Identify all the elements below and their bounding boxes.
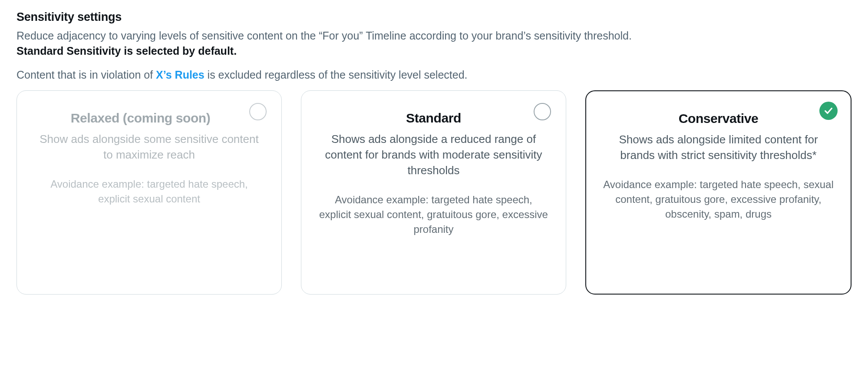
option-title: Relaxed (coming soon)	[33, 111, 248, 126]
sensitivity-option-conservative[interactable]: Conservative Shows ads alongside limited…	[585, 90, 851, 295]
radio-unchecked-icon	[249, 103, 267, 120]
section-title: Sensitivity settings	[17, 10, 851, 24]
sensitivity-option-relaxed: Relaxed (coming soon) Show ads alongside…	[17, 90, 282, 295]
option-example: Avoidance example: targeted hate speech,…	[318, 192, 549, 237]
sensitivity-options: Relaxed (coming soon) Show ads alongside…	[17, 90, 851, 295]
option-body: Show ads alongside some sensitive conten…	[33, 132, 265, 163]
rules-suffix: is excluded regardless of the sensitivit…	[205, 69, 468, 81]
option-example: Avoidance example: targeted hate speech,…	[33, 177, 265, 206]
section-intro-default-note: Standard Sensitivity is selected by defa…	[17, 43, 851, 59]
rules-prefix: Content that is in violation of	[17, 69, 156, 81]
sensitivity-option-standard[interactable]: Standard Shows ads alongside a reduced r…	[301, 90, 566, 295]
rules-disclaimer: Content that is in violation of X’s Rule…	[17, 67, 851, 83]
option-body: Shows ads alongside limited content for …	[603, 132, 834, 163]
option-example: Avoidance example: targeted hate speech,…	[603, 177, 834, 222]
radio-unchecked-icon[interactable]	[534, 103, 551, 120]
option-body: Shows ads alongside a reduced range of c…	[318, 132, 549, 179]
option-title: Conservative	[603, 111, 834, 126]
option-title: Standard	[318, 111, 549, 126]
checkmark-selected-icon	[819, 102, 838, 120]
section-intro-text: Reduce adjacency to varying levels of se…	[17, 28, 851, 43]
rules-link[interactable]: X’s Rules	[156, 69, 205, 81]
